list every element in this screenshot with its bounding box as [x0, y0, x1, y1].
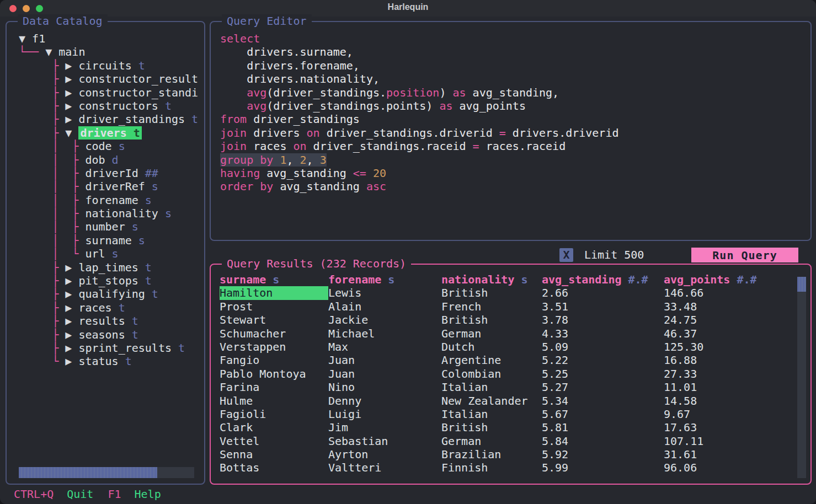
catalog-tree-item[interactable]: └ ▶ status t	[19, 355, 201, 368]
code-line[interactable]: join drivers on driver_standings.driveri…	[220, 126, 807, 140]
table-cell[interactable]: Hamilton	[220, 286, 328, 299]
table-cell[interactable]: Alain	[328, 300, 441, 313]
catalog-tree-item[interactable]: └── ▼ main	[19, 45, 201, 58]
table-cell[interactable]: 5.27	[542, 380, 664, 394]
table-cell[interactable]: Verstappen	[220, 340, 328, 353]
catalog-tree-item[interactable]: │ ├ nationality s	[19, 207, 201, 220]
table-cell[interactable]: Fagioli	[220, 408, 328, 421]
column-header[interactable]: avg_points #.#	[664, 273, 794, 286]
catalog-tree-item[interactable]: ├ ▶ constructors t	[19, 99, 201, 112]
table-cell[interactable]: Denny	[328, 394, 441, 408]
table-cell[interactable]: Colombian	[441, 367, 542, 380]
limit-label[interactable]: Limit 500	[584, 248, 644, 262]
table-cell[interactable]: German	[441, 327, 542, 340]
catalog-tree-item[interactable]: ├ ▶ results t	[19, 314, 201, 328]
catalog-horizontal-scrollbar[interactable]	[19, 467, 194, 478]
code-line[interactable]: order by avg_standing asc	[220, 180, 807, 193]
code-line[interactable]: having avg_standing <= 20	[220, 167, 807, 180]
table-cell[interactable]: 5.92	[542, 448, 664, 461]
catalog-tree-item[interactable]: ├ ▶ qualifying t	[19, 287, 201, 301]
catalog-tree-item[interactable]: │ ├ code s	[19, 140, 201, 153]
code-line[interactable]: group by 1, 2, 3	[220, 153, 807, 167]
chevron-collapsed-icon[interactable]: ▶	[65, 274, 78, 287]
table-cell[interactable]: British	[441, 286, 542, 299]
table-cell[interactable]: Juan	[328, 353, 441, 367]
table-cell[interactable]: Farina	[220, 380, 328, 394]
chevron-expanded-icon[interactable]: ▼	[45, 45, 58, 58]
catalog-tree-item[interactable]: │ └ url s	[19, 247, 201, 260]
table-cell[interactable]: Vettel	[220, 435, 328, 448]
catalog-tree-item[interactable]: │ ├ dob d	[19, 153, 201, 167]
code-line[interactable]: join races on driver_standings.raceid = …	[220, 140, 807, 153]
chevron-expanded-icon[interactable]: ▼	[19, 32, 32, 45]
catalog-tree-item[interactable]: ▼ f1	[19, 32, 201, 45]
code-line[interactable]: drivers.forename,	[220, 59, 807, 72]
results-scrollbar-thumb[interactable]	[797, 277, 806, 292]
chevron-collapsed-icon[interactable]: ▶	[65, 314, 78, 328]
catalog-tree-item[interactable]: ├ ▶ driver_standings t	[19, 112, 201, 126]
query-editor-code[interactable]: select drivers.surname, drivers.forename…	[220, 32, 807, 194]
table-cell[interactable]: Schumacher	[220, 327, 328, 340]
table-cell[interactable]: 17.63	[664, 421, 794, 434]
table-cell[interactable]: Jim	[328, 421, 441, 434]
table-cell[interactable]: Brazilian	[441, 448, 542, 461]
table-cell[interactable]: 16.88	[664, 353, 794, 367]
table-cell[interactable]: Luigi	[328, 408, 441, 421]
table-cell[interactable]: 9.67	[664, 408, 794, 421]
table-cell[interactable]: French	[441, 300, 542, 313]
run-query-button[interactable]: Run Query	[691, 248, 798, 262]
catalog-tree-item[interactable]: ├ ▼ drivers t	[19, 126, 201, 140]
table-cell[interactable]: Jackie	[328, 313, 441, 326]
table-cell[interactable]: 11.01	[664, 380, 794, 394]
catalog-tree-item[interactable]: │ ├ forename s	[19, 194, 201, 207]
footer-key-hint[interactable]: F1Help	[108, 487, 161, 502]
catalog-tree-item[interactable]: ├ ▶ constructor_standi	[19, 86, 201, 99]
column-header[interactable]: nationality s	[441, 273, 542, 286]
table-cell[interactable]: Stewart	[220, 313, 328, 326]
table-cell[interactable]: 146.66	[664, 286, 794, 299]
table-cell[interactable]: Clark	[220, 421, 328, 434]
limit-checkbox[interactable]: X	[559, 248, 573, 262]
table-cell[interactable]: Michael	[328, 327, 441, 340]
table-cell[interactable]: Argentine	[441, 353, 542, 367]
table-cell[interactable]: Sebastian	[328, 435, 441, 448]
catalog-tree-item[interactable]: ├ ▶ sprint_results t	[19, 341, 201, 355]
catalog-tree-item[interactable]: ├ ▶ races t	[19, 301, 201, 314]
code-line[interactable]: avg(driver_standings.position) as avg_st…	[220, 86, 807, 99]
table-cell[interactable]: 31.61	[664, 448, 794, 461]
table-cell[interactable]: 14.58	[664, 394, 794, 408]
table-cell[interactable]: 107.11	[664, 435, 794, 448]
table-cell[interactable]: 46.37	[664, 327, 794, 340]
table-cell[interactable]: Finnish	[441, 461, 542, 474]
catalog-tree-item[interactable]: │ ├ driverRef s	[19, 180, 201, 193]
table-cell[interactable]: Lewis	[328, 286, 441, 299]
catalog-tree-item[interactable]: │ ├ driverId ##	[19, 167, 201, 180]
table-cell[interactable]: 5.22	[542, 353, 664, 367]
footer-key-hint[interactable]: CTRL+QQuit	[14, 487, 93, 502]
column-header[interactable]: surname s	[220, 273, 328, 286]
chevron-expanded-icon[interactable]: ▼	[65, 126, 78, 140]
catalog-tree-item[interactable]: ├ ▶ pit_stops t	[19, 274, 201, 287]
table-cell[interactable]: 5.67	[542, 408, 664, 421]
table-cell[interactable]: Italian	[441, 380, 542, 394]
catalog-scrollbar-thumb[interactable]	[19, 467, 157, 478]
table-cell[interactable]: New Zealander	[441, 394, 542, 408]
table-cell[interactable]: Nino	[328, 380, 441, 394]
table-cell[interactable]: Dutch	[441, 340, 542, 353]
catalog-tree-item[interactable]: ├ ▶ seasons t	[19, 328, 201, 341]
table-cell[interactable]: 5.99	[542, 461, 664, 474]
catalog-tree-item[interactable]: ├ ▶ constructor_result	[19, 72, 201, 85]
table-cell[interactable]: 33.48	[664, 300, 794, 313]
code-line[interactable]: select	[220, 32, 807, 45]
code-line[interactable]: drivers.surname,	[220, 45, 807, 58]
chevron-collapsed-icon[interactable]: ▶	[65, 112, 78, 126]
table-cell[interactable]: Bottas	[220, 461, 328, 474]
table-cell[interactable]: 2.66	[542, 286, 664, 299]
chevron-collapsed-icon[interactable]: ▶	[65, 59, 78, 72]
table-cell[interactable]: Pablo Montoya	[220, 367, 328, 380]
code-line[interactable]: drivers.nationality,	[220, 72, 807, 85]
code-line[interactable]: from driver_standings	[220, 112, 807, 126]
table-cell[interactable]: Hulme	[220, 394, 328, 408]
catalog-tree-item[interactable]: │ ├ number s	[19, 220, 201, 233]
chevron-collapsed-icon[interactable]: ▶	[65, 355, 78, 368]
